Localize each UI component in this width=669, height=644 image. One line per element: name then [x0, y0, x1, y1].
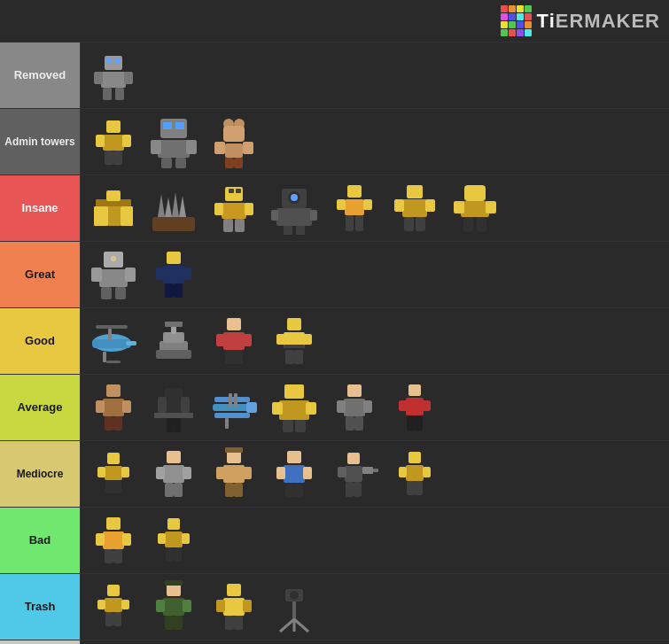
- svg-rect-32: [121, 206, 133, 226]
- svg-rect-213: [223, 598, 245, 616]
- item-insane-5: [325, 179, 384, 237]
- svg-rect-188: [103, 531, 124, 549]
- svg-rect-145: [399, 400, 408, 411]
- svg-rect-214: [216, 600, 225, 612]
- item-insane-3: [205, 179, 263, 237]
- item-insane-4: [265, 179, 323, 237]
- svg-rect-27: [243, 142, 253, 154]
- svg-rect-148: [415, 415, 423, 431]
- svg-rect-62: [407, 185, 423, 198]
- svg-rect-171: [303, 467, 312, 479]
- item-admin-1: [84, 113, 143, 171]
- item-trash-3: [205, 578, 263, 636]
- svg-rect-116: [105, 416, 113, 431]
- svg-rect-11: [122, 135, 131, 147]
- svg-rect-12: [105, 151, 113, 165]
- svg-rect-207: [156, 600, 165, 612]
- svg-rect-196: [182, 533, 190, 544]
- svg-rect-114: [96, 400, 105, 413]
- item-insane-1: [84, 179, 143, 237]
- svg-rect-85: [165, 283, 174, 298]
- svg-rect-42: [236, 189, 241, 193]
- tier-content-removed: [80, 43, 669, 108]
- svg-rect-46: [223, 219, 233, 232]
- svg-rect-191: [105, 549, 113, 563]
- svg-rect-35: [152, 217, 195, 231]
- svg-rect-112: [106, 384, 121, 397]
- svg-rect-58: [337, 199, 346, 210]
- svg-rect-197: [166, 547, 174, 562]
- tier-row-admin: Admin towers: [0, 109, 669, 175]
- tier-content-trash: [80, 574, 669, 640]
- svg-rect-45: [245, 203, 253, 215]
- svg-rect-66: [404, 217, 414, 231]
- svg-rect-195: [158, 533, 166, 544]
- tier-list: Removed Admin towers: [0, 43, 669, 644]
- svg-rect-16: [175, 122, 184, 129]
- svg-rect-135: [283, 420, 293, 432]
- tier-content-average: [80, 375, 669, 440]
- svg-marker-36: [158, 194, 165, 217]
- svg-rect-2: [115, 58, 121, 63]
- svg-rect-192: [113, 549, 122, 563]
- tier-label-removed: Removed: [0, 43, 80, 108]
- svg-rect-71: [486, 201, 496, 213]
- svg-rect-34: [106, 190, 121, 201]
- item-bad-1: [84, 511, 143, 570]
- svg-line-222: [294, 619, 308, 632]
- item-med-6: [385, 445, 444, 503]
- svg-rect-127: [246, 402, 257, 413]
- tier-label-average: Average: [0, 375, 80, 440]
- svg-point-80: [111, 256, 116, 261]
- svg-rect-194: [165, 531, 183, 547]
- svg-marker-38: [172, 192, 179, 217]
- svg-rect-139: [337, 400, 346, 413]
- tier-label-trash: Trash: [0, 574, 80, 640]
- item-good-anvil: [144, 312, 203, 370]
- svg-rect-8: [106, 120, 121, 133]
- svg-rect-179: [346, 482, 354, 497]
- svg-rect-63: [402, 199, 427, 217]
- svg-rect-57: [345, 199, 364, 215]
- svg-rect-89: [126, 341, 136, 345]
- svg-rect-187: [106, 517, 121, 530]
- svg-rect-119: [158, 397, 167, 413]
- svg-rect-1: [106, 58, 112, 63]
- svg-rect-25: [225, 144, 243, 158]
- svg-rect-28: [225, 158, 234, 168]
- svg-rect-29: [234, 158, 243, 168]
- svg-rect-211: [165, 580, 183, 586]
- svg-rect-137: [347, 384, 362, 397]
- tier-label-good: Good: [0, 308, 80, 374]
- svg-rect-206: [163, 598, 184, 616]
- svg-rect-108: [276, 334, 285, 345]
- svg-rect-43: [222, 203, 246, 219]
- tier-content-bad: [80, 508, 669, 573]
- tier-content-admin: [80, 109, 669, 175]
- item-removed-robot: [84, 46, 143, 105]
- svg-rect-93: [106, 361, 121, 363]
- svg-rect-83: [156, 268, 165, 280]
- svg-rect-129: [234, 393, 237, 407]
- svg-rect-141: [346, 416, 354, 431]
- svg-rect-178: [362, 467, 373, 474]
- svg-rect-132: [279, 400, 309, 420]
- svg-rect-163: [216, 467, 225, 479]
- svg-rect-151: [97, 467, 105, 477]
- svg-rect-199: [107, 585, 120, 596]
- svg-rect-72: [463, 217, 473, 231]
- svg-rect-128: [229, 393, 232, 407]
- svg-rect-64: [394, 199, 404, 212]
- svg-rect-90: [108, 329, 112, 341]
- svg-rect-51: [276, 208, 312, 226]
- svg-rect-67: [416, 217, 425, 231]
- svg-rect-146: [422, 400, 431, 411]
- item-avg-biplane: [205, 378, 263, 437]
- svg-line-221: [280, 619, 294, 632]
- svg-rect-159: [165, 483, 174, 497]
- svg-rect-169: [284, 465, 305, 483]
- svg-rect-77: [125, 268, 136, 282]
- svg-rect-212: [227, 584, 241, 596]
- item-insane-2: [144, 179, 203, 237]
- svg-rect-20: [161, 158, 172, 168]
